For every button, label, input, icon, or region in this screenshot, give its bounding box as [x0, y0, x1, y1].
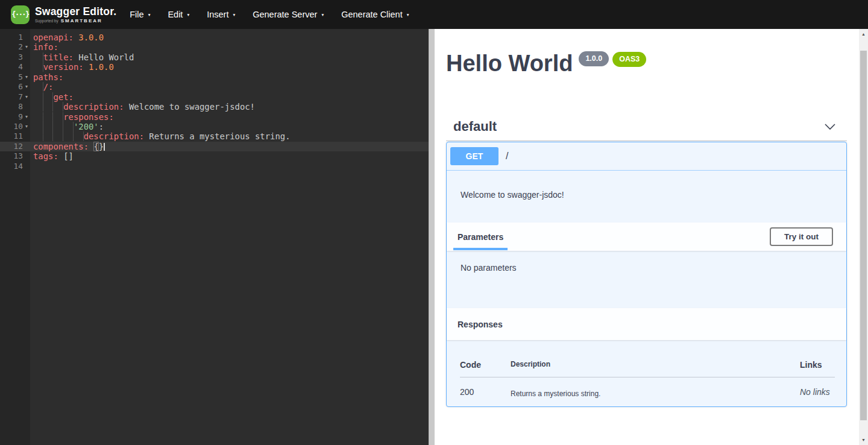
caret-down-icon: ▾ [233, 12, 235, 17]
responses-title: Responses [458, 320, 503, 329]
menu-insert[interactable]: Insert▾ [207, 10, 235, 19]
fold-spacer [23, 62, 30, 72]
editor-line[interactable]: 12components: {} [0, 142, 429, 151]
scrollbar-thumb[interactable] [860, 51, 867, 420]
swagger-ui-preview: Hello World 1.0.0 OAS3 default GET / Wel… [435, 29, 859, 445]
token-bracket: { [93, 142, 98, 151]
text-cursor [104, 143, 105, 151]
token-key: components: [33, 142, 89, 151]
token-indent [33, 82, 43, 92]
response-row-200: 200 Returns a mysterious string. No link… [460, 377, 835, 398]
line-gutter: 11 [0, 131, 30, 141]
editor-line[interactable]: 4 version: 1.0.0 [0, 62, 429, 72]
menu-edit[interactable]: Edit▾ [168, 10, 189, 19]
code-text: get: [30, 92, 74, 102]
token-key: description: [84, 131, 144, 141]
operation-summary[interactable]: GET / [447, 142, 846, 171]
menu-generate-server[interactable]: Generate Server▾ [253, 10, 324, 19]
menu-label: Generate Client [341, 10, 403, 19]
opblock-get: GET / Welcome to swagger-jsdoc! Paramete… [446, 142, 847, 407]
token-indent [33, 52, 43, 62]
response-links: No links [800, 377, 835, 397]
token-key: responses: [63, 112, 114, 122]
col-header-description: Description [511, 352, 800, 376]
token-plain: Returns a mysterious string. [144, 131, 291, 141]
operation-path: / [506, 151, 508, 162]
scroll-down-icon[interactable]: ▼ [859, 435, 868, 445]
token-indent [33, 131, 84, 141]
line-gutter: 2▾ [0, 42, 30, 52]
fold-spacer [23, 151, 30, 161]
line-gutter: 12 [0, 142, 30, 151]
code-text: info: [30, 42, 58, 52]
code-text: description: Returns a mysterious string… [30, 131, 291, 141]
editor-line[interactable]: 13tags: [] [0, 151, 429, 161]
line-number: 10 [0, 122, 23, 131]
pane-splitter[interactable] [429, 29, 435, 445]
caret-down-icon: ▾ [321, 12, 324, 17]
fold-caret-icon[interactable]: ▾ [23, 42, 30, 52]
scroll-up-icon[interactable]: ▲ [859, 29, 868, 39]
menu-label: Insert [207, 10, 228, 19]
line-number: 2 [0, 42, 23, 52]
token-indent [33, 62, 43, 72]
editor-line[interactable]: 10▾ '200': [0, 122, 429, 131]
menu-generate-client[interactable]: Generate Client▾ [341, 10, 409, 19]
code-text: responses: [30, 112, 114, 122]
fold-caret-icon[interactable]: ▾ [23, 92, 30, 102]
code-text: openapi: 3.0.0 [30, 33, 104, 42]
brand-subtitle: Supported by SMARTBEAR [35, 18, 116, 24]
version-badge: 1.0.0 [579, 51, 609, 66]
token-num: 1.0.0 [89, 62, 114, 72]
code-text: /: [30, 82, 53, 92]
code-text: paths: [30, 72, 63, 82]
yaml-editor[interactable]: 1openapi: 3.0.02▾info:3 title: Hello Wor… [0, 29, 429, 445]
line-number: 8 [0, 102, 23, 112]
editor-line[interactable]: 8 description: Welcome to swagger-jsdoc! [0, 102, 429, 112]
line-gutter: 5▾ [0, 72, 30, 82]
no-parameters-message: No parameters [447, 251, 846, 308]
editor-line[interactable]: 11 description: Returns a mysterious str… [0, 131, 429, 141]
vertical-scrollbar[interactable]: ▲ ▼ [859, 29, 868, 445]
editor-line[interactable]: 1openapi: 3.0.0 [0, 33, 429, 42]
token-indent [33, 92, 53, 102]
code-text: tags: [] [30, 151, 74, 161]
editor-line[interactable]: 9▾ responses: [0, 112, 429, 122]
code-text: title: Hello World [30, 52, 134, 62]
supported-by-label: Supported by [35, 19, 58, 23]
editor-line[interactable]: 5▾paths: [0, 72, 429, 82]
response-code: 200 [460, 377, 511, 397]
line-number: 9 [0, 112, 23, 122]
fold-spacer [23, 131, 30, 141]
line-number: 1 [0, 33, 23, 42]
editor-line[interactable]: 2▾info: [0, 42, 429, 52]
fold-caret-icon[interactable]: ▾ [23, 72, 30, 82]
fold-caret-icon[interactable]: ▾ [23, 122, 30, 131]
token-key: get: [53, 92, 73, 102]
line-gutter: 7▾ [0, 92, 30, 102]
swagger-logo-icon[interactable]: {···} [11, 5, 30, 24]
menu-file[interactable]: File▾ [130, 10, 150, 19]
token-indent [33, 112, 63, 122]
tab-parameters[interactable]: Parameters [458, 232, 503, 242]
line-gutter: 13 [0, 151, 30, 161]
col-header-links: Links [800, 352, 835, 377]
chevron-down-icon[interactable] [824, 123, 836, 130]
fold-caret-icon[interactable]: ▾ [23, 112, 30, 122]
editor-line[interactable]: 7▾ get: [0, 92, 429, 102]
menu-label: Edit [168, 10, 183, 19]
line-gutter: 1 [0, 33, 30, 42]
editor-line[interactable]: 14 [0, 162, 429, 171]
editor-line[interactable]: 6▾ /: [0, 82, 429, 92]
tag-section-default[interactable]: default [446, 112, 847, 141]
line-number: 11 [0, 131, 23, 141]
try-it-out-button[interactable]: Try it out [770, 227, 833, 246]
api-info: Hello World 1.0.0 OAS3 [446, 51, 847, 76]
api-title: Hello World [446, 51, 573, 76]
brand-title: Swagger Editor. [35, 6, 116, 17]
editor-line[interactable]: 3 title: Hello World [0, 52, 429, 62]
editor-lines: 1openapi: 3.0.02▾info:3 title: Hello Wor… [0, 33, 429, 171]
responses-header: Responses [447, 308, 846, 340]
fold-caret-icon[interactable]: ▾ [23, 82, 30, 92]
caret-down-icon: ▾ [187, 12, 189, 17]
